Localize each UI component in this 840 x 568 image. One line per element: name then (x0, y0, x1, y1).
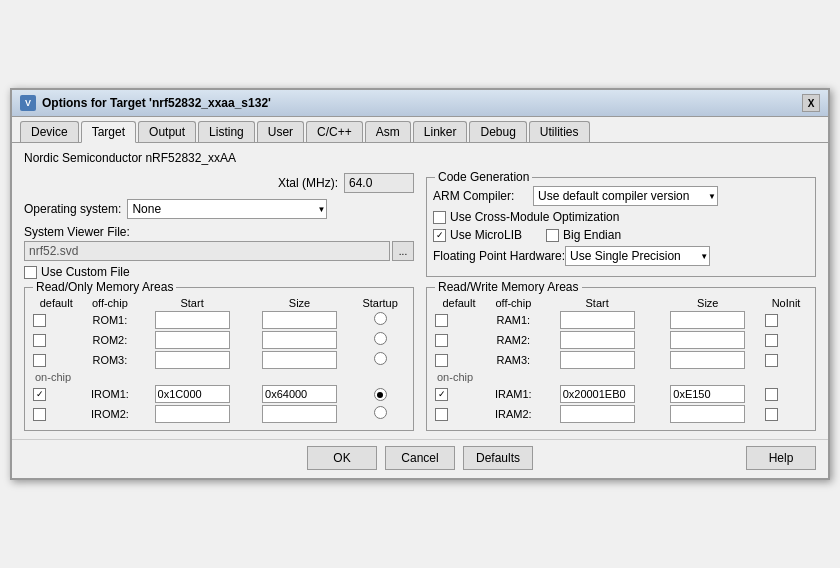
ro-irom1-startup[interactable] (374, 388, 387, 401)
rw-onchip-label: on-chip (433, 370, 809, 384)
microlib-checkbox-label[interactable]: Use MicroLIB (433, 228, 522, 242)
browse-button[interactable]: ... (392, 241, 414, 261)
table-row: IROM2: (31, 404, 407, 424)
ro-rom3-default[interactable] (33, 354, 46, 367)
microlib-row: Use MicroLIB Big Endian (433, 228, 809, 242)
cross-module-checkbox[interactable] (433, 211, 446, 224)
rw-ram2-noinit[interactable] (765, 334, 778, 347)
ro-rom2-size[interactable] (262, 331, 337, 349)
bottom-center-buttons: OK Cancel Defaults (307, 446, 533, 470)
fp-hw-label: Floating Point Hardware: (433, 249, 565, 263)
rw-ram1-label: RAM1: (497, 314, 531, 326)
main-content: Nordic Semiconductor nRF52832_xxAA Xtal … (12, 143, 828, 439)
rw-ram2-label: RAM2: (497, 334, 531, 346)
tab-debug[interactable]: Debug (469, 121, 526, 142)
os-dropdown[interactable]: None (127, 199, 327, 219)
custom-file-checkbox-label[interactable]: Use Custom File (24, 265, 130, 279)
help-button-container: Help (533, 446, 816, 470)
dialog: V Options for Target 'nrf52832_xxaa_s132… (10, 88, 830, 480)
title-bar-left: V Options for Target 'nrf52832_xxaa_s132… (20, 95, 271, 111)
close-button[interactable]: X (802, 94, 820, 112)
ok-button[interactable]: OK (307, 446, 377, 470)
ro-rom3-start[interactable] (155, 351, 230, 369)
rw-iram1-size[interactable] (670, 385, 745, 403)
svf-row: ... (24, 241, 414, 261)
rw-ram3-start[interactable] (560, 351, 635, 369)
ro-irom1-default[interactable] (33, 388, 46, 401)
rw-iram2-start[interactable] (560, 405, 635, 423)
tab-target[interactable]: Target (81, 121, 136, 143)
ro-col-size: Size (246, 296, 353, 310)
ro-rom2-start[interactable] (155, 331, 230, 349)
tab-linker[interactable]: Linker (413, 121, 468, 142)
table-row: on-chip (433, 370, 809, 384)
right-column: Code Generation ARM Compiler: Use defaul… (426, 173, 816, 279)
table-row: IRAM2: (433, 404, 809, 424)
rw-iram1-default[interactable] (435, 388, 448, 401)
xtal-label: Xtal (MHz): (278, 176, 338, 190)
readonly-memory-box: Read/Only Memory Areas default off-chip … (24, 287, 414, 431)
cross-module-label: Use Cross-Module Optimization (450, 210, 619, 224)
tab-asm[interactable]: Asm (365, 121, 411, 142)
ro-irom2-start[interactable] (155, 405, 230, 423)
rw-ram1-default[interactable] (435, 314, 448, 327)
tab-utilities[interactable]: Utilities (529, 121, 590, 142)
ro-irom2-startup[interactable] (374, 406, 387, 419)
help-button[interactable]: Help (746, 446, 816, 470)
rw-iram1-start[interactable] (560, 385, 635, 403)
rw-ram1-size[interactable] (670, 311, 745, 329)
ro-rom3-size[interactable] (262, 351, 337, 369)
ro-irom2-label: IROM2: (91, 408, 129, 420)
rw-ram3-default[interactable] (435, 354, 448, 367)
rw-iram2-default[interactable] (435, 408, 448, 421)
rw-ram3-noinit[interactable] (765, 354, 778, 367)
cancel-button[interactable]: Cancel (385, 446, 455, 470)
big-endian-checkbox[interactable] (546, 229, 559, 242)
ro-rom3-startup[interactable] (374, 352, 387, 365)
os-row: Operating system: None ▼ (24, 199, 414, 219)
ro-irom2-default[interactable] (33, 408, 46, 421)
ro-rom1-startup[interactable] (374, 312, 387, 325)
rw-ram1-start[interactable] (560, 311, 635, 329)
rw-iram2-noinit[interactable] (765, 408, 778, 421)
tab-device[interactable]: Device (20, 121, 79, 142)
tab-output[interactable]: Output (138, 121, 196, 142)
ro-rom2-default[interactable] (33, 334, 46, 347)
tab-user[interactable]: User (257, 121, 304, 142)
rw-ram1-noinit[interactable] (765, 314, 778, 327)
big-endian-checkbox-label[interactable]: Big Endian (546, 228, 621, 242)
rw-iram2-size[interactable] (670, 405, 745, 423)
ro-rom1-default[interactable] (33, 314, 46, 327)
rw-ram2-start[interactable] (560, 331, 635, 349)
microlib-checkbox[interactable] (433, 229, 446, 242)
tab-listing[interactable]: Listing (198, 121, 255, 142)
tab-cpp[interactable]: C/C++ (306, 121, 363, 142)
ro-irom1-size[interactable] (262, 385, 337, 403)
defaults-button[interactable]: Defaults (463, 446, 533, 470)
svf-input[interactable] (24, 241, 390, 261)
rw-iram1-noinit[interactable] (765, 388, 778, 401)
fp-hw-row: Floating Point Hardware: Use Single Prec… (433, 246, 809, 266)
ro-irom2-size[interactable] (262, 405, 337, 423)
rw-ram3-size[interactable] (670, 351, 745, 369)
memory-sections: Read/Only Memory Areas default off-chip … (24, 283, 816, 431)
readwrite-memory-title: Read/Write Memory Areas (435, 280, 582, 294)
rw-ram3-label: RAM3: (497, 354, 531, 366)
custom-file-checkbox[interactable] (24, 266, 37, 279)
fp-hw-dropdown[interactable]: Use Single Precision (565, 246, 710, 266)
cross-module-checkbox-label[interactable]: Use Cross-Module Optimization (433, 210, 619, 224)
arm-compiler-dropdown[interactable]: Use default compiler version (533, 186, 718, 206)
ro-rom1-start[interactable] (155, 311, 230, 329)
rw-ram2-default[interactable] (435, 334, 448, 347)
ro-rom2-startup[interactable] (374, 332, 387, 345)
ro-irom1-start[interactable] (155, 385, 230, 403)
rw-ram2-size[interactable] (670, 331, 745, 349)
xtal-input[interactable] (344, 173, 414, 193)
custom-file-row: Use Custom File (24, 265, 414, 279)
custom-file-label: Use Custom File (41, 265, 130, 279)
table-row: IROM1: (31, 384, 407, 404)
ro-irom1-label: IROM1: (91, 388, 129, 400)
title-bar: V Options for Target 'nrf52832_xxaa_s132… (12, 90, 828, 117)
code-gen-title: Code Generation (435, 170, 532, 184)
ro-rom1-size[interactable] (262, 311, 337, 329)
